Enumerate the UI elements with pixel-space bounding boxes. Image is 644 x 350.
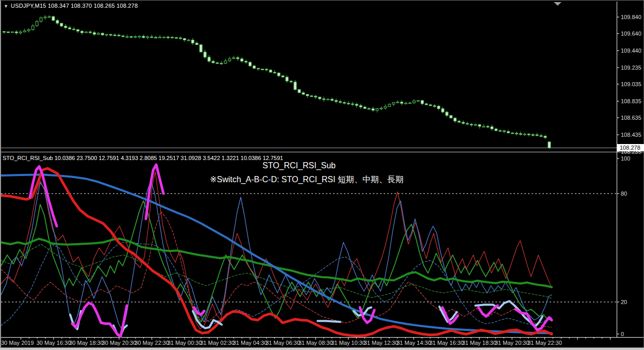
- autoscroll-marker-icon[interactable]: [554, 2, 562, 6]
- symbol-title: ▼USDJPY,M15 108.347 108.370 108.265 108.…: [4, 3, 138, 9]
- price-axis-label: 109.440: [621, 47, 641, 54]
- indicator-values-readout: STO_RCI_RSI_Sub 10.0386 23.7500 12.7591 …: [3, 155, 283, 161]
- price-axis-label: 109.235: [621, 65, 641, 71]
- series-sto-thin-red: [1, 172, 552, 329]
- time-axis-label: 31 May 04:30: [233, 340, 268, 346]
- time-axis-label: 31 May 08:30: [299, 340, 333, 346]
- price-axis-label: 109.840: [621, 14, 641, 20]
- time-axis-label: 31 May 20:30: [495, 340, 530, 346]
- window-left-edge: [0, 1, 1, 347]
- series-signal-magenta: [442, 308, 458, 324]
- price-axis-label: 109.640: [621, 30, 641, 37]
- candlestick-chart[interactable]: [3, 15, 551, 149]
- price-axis-label: 108.835: [621, 98, 641, 104]
- series-rci-dashed-blue: [1, 243, 552, 326]
- time-axis-label: 30 May 20:30: [102, 340, 137, 346]
- indicator-axis-label: 80: [621, 190, 627, 197]
- time-axis-label: 31 May 14:30: [397, 340, 431, 346]
- time-axis-label: 30 May 16:30: [37, 340, 71, 346]
- indicator-axis-label: 0: [621, 331, 624, 337]
- time-axis-label: 30 May 2019: [1, 340, 34, 346]
- indicator-chart[interactable]: [1, 165, 552, 337]
- time-axis-label: 31 May 16:30: [430, 340, 464, 346]
- time-axis-label: 31 May 12:30: [364, 340, 399, 346]
- current-price-badge: 108.278: [617, 144, 644, 151]
- series-signal-light-blue: [318, 321, 340, 322]
- time-axis-label: 31 May 10:30: [331, 340, 366, 346]
- series-signal-magenta: [72, 303, 127, 337]
- time-axis-label: 30 May 22:30: [135, 340, 169, 346]
- price-axis-label: 108.435: [621, 132, 641, 138]
- indicator-title-annotation: STO_RCI_RSI_Sub: [0, 161, 598, 170]
- series-sto-thin-green: [1, 201, 552, 322]
- window-bottom-edge: [0, 347, 644, 350]
- mt4-chart-window: ▼USDJPY,M15 108.347 108.370 108.265 108.…: [0, 0, 644, 350]
- series-signal-magenta: [478, 306, 498, 316]
- time-axis-label: 30 May 18:30: [69, 340, 104, 346]
- time-axis-label: 31 May 02:30: [200, 340, 235, 346]
- indicator-switch-annotation: ※Switch_A-B-C-D: STO_RCI_RSI 短期、中期、長期: [0, 174, 614, 185]
- symbol-ohlc-readout: USDJPY,M15 108.347 108.370 108.265 108.2…: [11, 3, 138, 9]
- price-axis-label: 108.635: [621, 115, 641, 121]
- symbol-dropdown-icon[interactable]: ▼: [4, 4, 8, 9]
- indicator-axis-label: 100: [621, 155, 630, 162]
- time-axis-label: 31 May 06:30: [266, 340, 300, 346]
- price-axis-label: 109.035: [621, 81, 641, 87]
- time-axis-label: 31 May 18:30: [462, 340, 497, 346]
- time-axis-label: 31 May 00:30: [168, 340, 202, 346]
- time-axis-label: 31 May 22:30: [527, 340, 562, 346]
- indicator-axis-label: 20: [621, 299, 627, 305]
